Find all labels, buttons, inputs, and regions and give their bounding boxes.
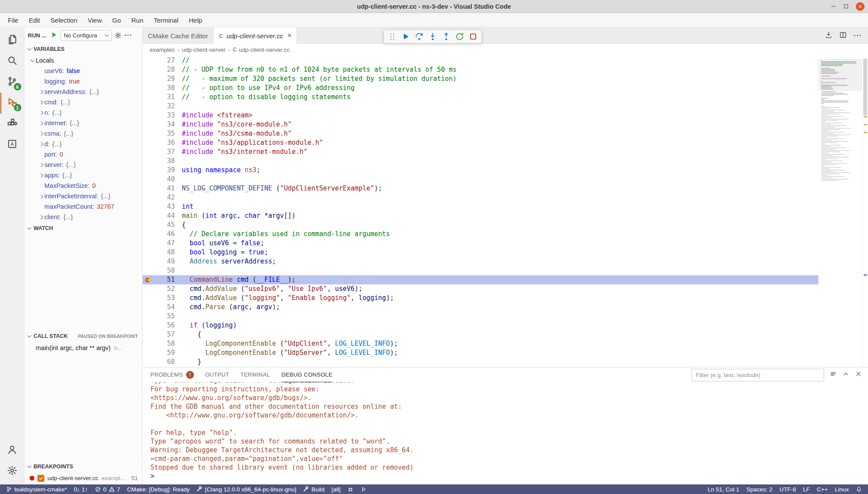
- variable-row[interactable]: d:{...}: [24, 139, 142, 149]
- twisty-right[interactable]: [37, 143, 44, 146]
- console-filter-input[interactable]: [691, 369, 824, 381]
- gutter-glyph[interactable]: [143, 248, 156, 257]
- line-number[interactable]: 28: [156, 65, 175, 74]
- twisty-right[interactable]: [37, 132, 44, 135]
- cmake-run-target[interactable]: [357, 484, 370, 494]
- line-number[interactable]: 43: [156, 202, 175, 211]
- panel-tab-output[interactable]: OUTPUT: [205, 367, 229, 382]
- line-number[interactable]: 44: [156, 211, 175, 220]
- line-number[interactable]: 58: [156, 339, 175, 348]
- line-number[interactable]: 53: [156, 294, 175, 303]
- code-line[interactable]: 36#include "ns3/applications-module.h": [143, 138, 818, 147]
- line-number[interactable]: 36: [156, 138, 175, 147]
- code-line[interactable]: 52 cmd.AddValue ("useIpv6", "Use Ipv6", …: [143, 284, 818, 294]
- code-line[interactable]: 48 bool logging = true;: [143, 248, 818, 257]
- gutter-glyph[interactable]: [143, 138, 156, 147]
- variable-row[interactable]: server:{...}: [24, 160, 142, 170]
- line-number[interactable]: 55: [156, 312, 175, 321]
- line-number[interactable]: 56: [156, 321, 175, 330]
- code-line[interactable]: 28// - UDP flow from n0 to n1 of 1024 by…: [143, 65, 818, 74]
- code-line[interactable]: 46 // Declare variables used in command-…: [143, 230, 818, 239]
- variable-row[interactable]: serverAddress:{...}: [24, 87, 142, 97]
- gutter-glyph[interactable]: [143, 193, 156, 202]
- line-number[interactable]: 29: [156, 74, 175, 83]
- variable-row[interactable]: MaxPacketSize:0: [24, 180, 142, 191]
- line-number[interactable]: 27: [156, 56, 175, 65]
- variable-row[interactable]: interPacketInterval:{...}: [24, 191, 142, 201]
- code-line[interactable]: 49 Address serverAddress;: [143, 257, 818, 266]
- gutter-glyph[interactable]: [143, 166, 156, 175]
- line-number[interactable]: 51: [156, 275, 175, 284]
- gutter-glyph[interactable]: [143, 120, 156, 129]
- variable-row[interactable]: logging:true: [24, 76, 142, 87]
- line-number[interactable]: 48: [156, 248, 175, 257]
- line-number[interactable]: 39: [156, 166, 175, 175]
- line-number[interactable]: 54: [156, 303, 175, 312]
- activity-remote[interactable]: A: [0, 134, 24, 155]
- activity-search[interactable]: [0, 51, 24, 72]
- gutter-glyph[interactable]: [143, 202, 156, 211]
- variable-row[interactable]: maxPacketCount:32767: [24, 201, 142, 212]
- line-number[interactable]: 60: [156, 357, 175, 367]
- gutter-glyph[interactable]: [143, 129, 156, 138]
- variable-row[interactable]: cmd:{...}: [24, 97, 142, 107]
- twisty-down[interactable]: [29, 60, 36, 61]
- code-line[interactable]: 55: [143, 312, 818, 321]
- download-icon[interactable]: [825, 31, 832, 40]
- step-over-button[interactable]: [415, 32, 424, 41]
- twisty-right[interactable]: [37, 164, 44, 167]
- code-line[interactable]: 29// - maximum of 320 packets sent (or l…: [143, 74, 818, 83]
- code-line[interactable]: 51 CommandLine cmd (__FILE__);: [143, 275, 818, 284]
- gutter-glyph[interactable]: [143, 330, 156, 339]
- panel-tab-terminal[interactable]: TERMINAL: [240, 367, 270, 382]
- code-line[interactable]: 45{: [143, 220, 818, 230]
- twisty-right[interactable]: [37, 90, 44, 93]
- code-line[interactable]: 58 LogComponentEnable ("UdpClient", LOG_…: [143, 339, 818, 348]
- gutter-glyph[interactable]: [143, 220, 156, 230]
- gutter-glyph[interactable]: [143, 348, 156, 357]
- line-number[interactable]: 34: [156, 120, 175, 129]
- drag-handle[interactable]: [388, 32, 397, 41]
- locals-group[interactable]: Locals: [24, 55, 142, 66]
- gutter-glyph[interactable]: [143, 93, 156, 102]
- gutter-glyph[interactable]: [143, 56, 156, 65]
- twisty-right[interactable]: [37, 122, 44, 125]
- minimap[interactable]: [818, 55, 862, 367]
- line-number[interactable]: 35: [156, 129, 175, 138]
- indentation[interactable]: Spaces: 2: [743, 484, 776, 494]
- gutter-glyph[interactable]: [143, 239, 156, 248]
- os-indicator[interactable]: Linux: [831, 484, 852, 494]
- code-line[interactable]: 40: [143, 175, 818, 184]
- code-line[interactable]: 35#include "ns3/csma-module.h": [143, 129, 818, 138]
- gutter-glyph[interactable]: [143, 321, 156, 330]
- eol[interactable]: LF: [799, 484, 813, 494]
- line-number[interactable]: 37: [156, 147, 175, 157]
- minimize-icon[interactable]: [831, 3, 836, 9]
- split-editor-icon[interactable]: [839, 31, 847, 40]
- variable-row[interactable]: useV6:false: [24, 66, 142, 76]
- menu-terminal[interactable]: Terminal: [149, 13, 184, 27]
- line-number[interactable]: 40: [156, 175, 175, 184]
- tab-cmake-cache-editor[interactable]: CMake Cache Editor: [143, 27, 214, 44]
- stop-button[interactable]: [469, 32, 477, 41]
- code-line[interactable]: 54 cmd.Parse (argc, argv);: [143, 303, 818, 312]
- debug-gear-icon[interactable]: [114, 32, 122, 39]
- gutter-glyph[interactable]: [143, 147, 156, 157]
- menu-go[interactable]: Go: [107, 13, 126, 27]
- twisty-right[interactable]: [37, 216, 44, 219]
- gutter-glyph[interactable]: [143, 339, 156, 348]
- editor-scrollbar[interactable]: [862, 55, 868, 367]
- tab-udp-client-server-cc[interactable]: Cudp-client-server.cc×: [214, 27, 297, 44]
- code-line[interactable]: 27//: [143, 56, 818, 65]
- current-line-breakpoint-icon[interactable]: [143, 275, 156, 284]
- gutter-glyph[interactable]: [143, 294, 156, 303]
- line-number[interactable]: 42: [156, 193, 175, 202]
- debug-config-dropdown[interactable]: No Configura: [60, 30, 112, 41]
- watch-header[interactable]: WATCH: [24, 222, 142, 234]
- code-line[interactable]: 42: [143, 193, 818, 202]
- variable-row[interactable]: client:{...}: [24, 212, 142, 222]
- breadcrumb-item-examples[interactable]: examples: [150, 47, 175, 53]
- code-line[interactable]: 44main (int argc, char *argv[]): [143, 211, 818, 220]
- more-actions-icon[interactable]: ···: [854, 32, 862, 40]
- breakpoints-header[interactable]: BREAKPOINTS: [24, 461, 142, 473]
